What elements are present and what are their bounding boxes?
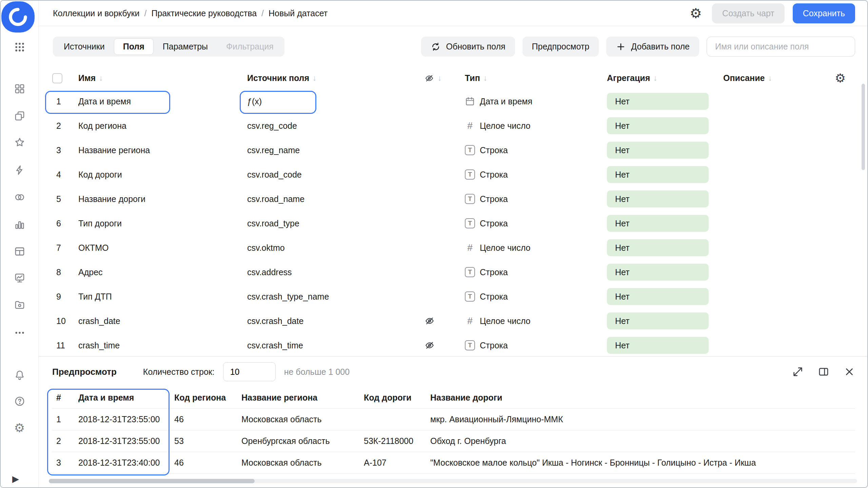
field-name: Адрес	[78, 267, 103, 277]
row-number: 7	[52, 243, 61, 253]
expand-preview-icon[interactable]	[792, 366, 804, 378]
connections-lightning-icon[interactable]	[14, 164, 25, 176]
field-row[interactable]: 4 Код дороги csv.road_code # T Строка Не…	[52, 162, 855, 187]
aggregation-chip[interactable]: Нет	[607, 215, 709, 232]
field-row[interactable]: 5 Название дороги csv.road_name # T Стро…	[52, 187, 855, 211]
row-number: 4	[52, 170, 61, 180]
more-dots-icon[interactable]	[14, 327, 25, 339]
field-row[interactable]: 7 ОКТМО csv.oktmo # T Целое число Нет	[52, 236, 855, 260]
aggregation-chip[interactable]: Нет	[607, 93, 709, 110]
aggregation-chip[interactable]: Нет	[607, 239, 709, 256]
field-row[interactable]: 8 Адрес csv.address # T Строка Нет	[52, 260, 855, 284]
field-type-label: Дата и время	[480, 97, 532, 106]
field-type[interactable]: # T Строка	[465, 145, 607, 155]
field-row[interactable]: 3 Название региона csv.reg_name # T Стро…	[52, 138, 855, 162]
horizontal-scrollbar[interactable]	[49, 479, 255, 483]
column-header-hidden[interactable]: ↓	[424, 73, 465, 83]
breadcrumb-collections[interactable]: Коллекции и воркбуки	[53, 8, 140, 18]
field-type[interactable]: # T Строка	[465, 194, 607, 204]
field-type[interactable]: # T Строка	[465, 340, 607, 350]
refresh-fields-button[interactable]: Обновить поля	[421, 37, 515, 57]
aggregation-chip[interactable]: Нет	[607, 117, 709, 134]
field-type[interactable]: # T Целое число	[465, 243, 607, 253]
field-row[interactable]: 11 crash_time csv.crash_time # T Строка …	[52, 333, 855, 356]
column-header-aggregation[interactable]: Агрегация ↓	[607, 73, 723, 83]
toolbar: Обновить поля Предпросмотр Добавить поле	[421, 37, 855, 57]
preview-column-header: Название дороги	[430, 393, 855, 403]
field-type[interactable]: # T Строка	[465, 267, 607, 277]
dataset-settings-gear-icon[interactable]: ⚙	[690, 6, 702, 20]
breadcrumb-guides[interactable]: Практические руководства	[151, 8, 257, 18]
tab-sources[interactable]: Источники	[55, 38, 114, 55]
apps-grid-icon[interactable]	[14, 41, 25, 53]
help-icon[interactable]	[14, 395, 25, 407]
aggregation-chip[interactable]: Нет	[607, 288, 709, 305]
breadcrumb-current-dataset: Новый датасет	[269, 8, 328, 18]
integer-icon: #	[465, 121, 475, 131]
field-name: Тип ДТП	[78, 292, 112, 302]
string-icon: T	[465, 218, 475, 228]
fields-table-body: 1 Дата и время ƒ(x) # T Дата и время Нет…	[52, 89, 855, 356]
row-count-input[interactable]	[223, 362, 276, 381]
field-row[interactable]: 9 Тип ДТП csv.crash_type_name # T Строка…	[52, 284, 855, 309]
notifications-bell-icon[interactable]	[14, 369, 25, 381]
settings-gear-icon[interactable]: ⚙	[14, 422, 25, 434]
field-type[interactable]: # T Строка	[465, 218, 607, 228]
storage-folder-icon[interactable]	[14, 299, 25, 311]
aggregation-chip[interactable]: Нет	[607, 166, 709, 183]
field-hidden-eye-slash-icon[interactable]	[424, 316, 435, 326]
aggregation-chip[interactable]: Нет	[607, 264, 709, 281]
preview-cell: 1	[52, 414, 78, 424]
preview-row: 32018-12-31T23:40:0046Московская область…	[52, 452, 855, 474]
close-preview-icon[interactable]	[844, 366, 855, 378]
preview-cell: Московская область	[241, 458, 364, 468]
tab-parameters[interactable]: Параметры	[154, 38, 217, 55]
select-all-checkbox[interactable]	[52, 73, 62, 83]
sort-arrow-icon: ↓	[438, 74, 442, 83]
field-row[interactable]: 2 Код региона csv.reg_code # T Целое чис…	[52, 114, 855, 138]
tables-icon[interactable]	[14, 246, 25, 257]
field-row[interactable]: 1 Дата и время ƒ(x) # T Дата и время Нет	[52, 89, 855, 114]
field-row[interactable]: 10 crash_date csv.crash_date # T Целое ч…	[52, 309, 855, 333]
preview-cell: "Московское малое кольцо" Икша - Ногинск…	[430, 458, 855, 468]
table-settings-gear-icon[interactable]: ⚙	[835, 72, 846, 84]
tab-bar: ИсточникиПоляПараметрыФильтрация	[53, 37, 284, 57]
split-view-icon[interactable]	[818, 366, 829, 378]
column-header-name[interactable]: Имя ↓	[78, 73, 247, 83]
preview-row: 22018-12-31T23:55:0053Оренбургская облас…	[52, 430, 855, 452]
string-icon: T	[465, 145, 475, 155]
field-type[interactable]: # T Целое число	[465, 121, 607, 131]
expand-panel-icon[interactable]: ▶	[12, 474, 19, 483]
fields-table-header: Имя ↓ Источник поля ↓ ↓ Тип ↓	[52, 67, 855, 89]
save-button[interactable]: Сохранить	[793, 3, 855, 23]
field-row[interactable]: 6 Тип дороги csv.road_type # T Строка Не…	[52, 211, 855, 236]
aggregation-chip[interactable]: Нет	[607, 190, 709, 207]
favorites-star-icon[interactable]	[14, 137, 25, 148]
column-header-source[interactable]: Источник поля ↓	[247, 73, 424, 83]
field-hidden-eye-slash-icon[interactable]	[424, 340, 435, 351]
preview-cell: Московская область	[241, 414, 364, 424]
field-type[interactable]: # T Строка	[465, 291, 607, 302]
monitoring-icon[interactable]	[14, 272, 25, 284]
preview-toggle-button[interactable]: Предпросмотр	[522, 37, 599, 57]
aggregation-chip[interactable]: Нет	[607, 142, 709, 159]
sidebar: ⚙ ▶	[1, 1, 39, 487]
charts-icon[interactable]	[14, 219, 25, 230]
field-type[interactable]: # T Целое число	[465, 316, 607, 326]
datasets-icon[interactable]	[14, 191, 25, 203]
vertical-scrollbar[interactable]	[862, 84, 865, 170]
datalens-logo-icon[interactable]	[1, 1, 35, 34]
tab-fields[interactable]: Поля	[114, 38, 154, 55]
create-chart-button[interactable]: Создать чарт	[712, 3, 785, 23]
add-field-button[interactable]: Добавить поле	[606, 37, 699, 57]
field-type[interactable]: # T Строка	[465, 169, 607, 180]
field-search-input[interactable]	[707, 37, 855, 57]
column-header-description[interactable]: Описание ↓	[723, 73, 835, 83]
aggregation-chip[interactable]: Нет	[607, 312, 709, 329]
preview-title: Предпросмотр	[52, 367, 117, 377]
workbooks-icon[interactable]	[14, 110, 25, 122]
field-type[interactable]: # T Дата и время	[465, 96, 607, 106]
aggregation-chip[interactable]: Нет	[607, 337, 709, 354]
column-header-type[interactable]: Тип ↓	[465, 73, 607, 83]
dashboards-icon[interactable]	[14, 83, 25, 95]
